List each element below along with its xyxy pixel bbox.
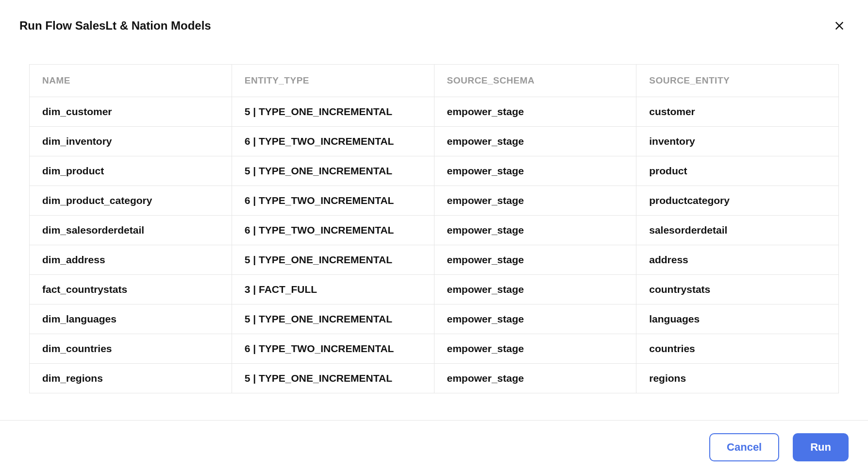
cell-entity-type: 5 | TYPE_ONE_INCREMENTAL [232,305,434,334]
cell-source-entity: inventory [636,127,839,156]
cell-source-entity: productcategory [636,186,839,216]
cell-entity-type: 5 | TYPE_ONE_INCREMENTAL [232,245,434,275]
column-header-entity-type[interactable]: ENTITY_TYPE [232,65,434,97]
table-row[interactable]: dim_languages5 | TYPE_ONE_INCREMENTALemp… [30,305,839,334]
table-row[interactable]: dim_salesorderdetail6 | TYPE_TWO_INCREME… [30,216,839,245]
models-table: NAME ENTITY_TYPE SOURCE_SCHEMA SOURCE_EN… [29,64,839,393]
cell-source-schema: empower_stage [434,216,636,245]
cell-name: dim_regions [30,364,232,393]
cell-entity-type: 6 | TYPE_TWO_INCREMENTAL [232,216,434,245]
cell-source-entity: countrystats [636,275,839,305]
cell-entity-type: 6 | TYPE_TWO_INCREMENTAL [232,334,434,364]
cell-entity-type: 3 | FACT_FULL [232,275,434,305]
cell-source-entity: customer [636,97,839,127]
cell-source-entity: salesorderdetail [636,216,839,245]
cell-name: dim_languages [30,305,232,334]
cell-name: dim_product [30,156,232,186]
cell-source-schema: empower_stage [434,305,636,334]
cell-name: dim_product_category [30,186,232,216]
cell-name: dim_countries [30,334,232,364]
table-row[interactable]: dim_customer5 | TYPE_ONE_INCREMENTALempo… [30,97,839,127]
cell-source-entity: regions [636,364,839,393]
cell-entity-type: 5 | TYPE_ONE_INCREMENTAL [232,97,434,127]
cell-source-schema: empower_stage [434,186,636,216]
cell-source-entity: countries [636,334,839,364]
cell-source-schema: empower_stage [434,275,636,305]
modal-body: NAME ENTITY_TYPE SOURCE_SCHEMA SOURCE_EN… [0,45,868,431]
cell-source-schema: empower_stage [434,364,636,393]
cell-source-entity: address [636,245,839,275]
table-header-row: NAME ENTITY_TYPE SOURCE_SCHEMA SOURCE_EN… [30,65,839,97]
run-button[interactable]: Run [793,433,849,461]
cancel-button[interactable]: Cancel [709,433,779,461]
cell-source-entity: languages [636,305,839,334]
cell-name: dim_customer [30,97,232,127]
modal-header: Run Flow SalesLt & Nation Models [0,0,868,45]
cell-name: fact_countrystats [30,275,232,305]
cell-entity-type: 5 | TYPE_ONE_INCREMENTAL [232,364,434,393]
cell-source-schema: empower_stage [434,156,636,186]
table-row[interactable]: dim_inventory6 | TYPE_TWO_INCREMENTALemp… [30,127,839,156]
cell-source-schema: empower_stage [434,97,636,127]
table-row[interactable]: dim_regions5 | TYPE_ONE_INCREMENTALempow… [30,364,839,393]
table-row[interactable]: fact_countrystats3 | FACT_FULLempower_st… [30,275,839,305]
column-header-name[interactable]: NAME [30,65,232,97]
column-header-source-schema[interactable]: SOURCE_SCHEMA [434,65,636,97]
cell-entity-type: 6 | TYPE_TWO_INCREMENTAL [232,127,434,156]
column-header-source-entity[interactable]: SOURCE_ENTITY [636,65,839,97]
table-row[interactable]: dim_product5 | TYPE_ONE_INCREMENTALempow… [30,156,839,186]
cell-source-schema: empower_stage [434,245,636,275]
close-button[interactable] [830,17,849,35]
table-row[interactable]: dim_countries6 | TYPE_TWO_INCREMENTALemp… [30,334,839,364]
modal-footer: Cancel Run [0,420,868,474]
cell-name: dim_salesorderdetail [30,216,232,245]
table-row[interactable]: dim_product_category6 | TYPE_TWO_INCREME… [30,186,839,216]
modal-title: Run Flow SalesLt & Nation Models [19,19,211,33]
cell-source-schema: empower_stage [434,127,636,156]
cell-name: dim_inventory [30,127,232,156]
table-row[interactable]: dim_address5 | TYPE_ONE_INCREMENTALempow… [30,245,839,275]
cell-entity-type: 6 | TYPE_TWO_INCREMENTAL [232,186,434,216]
cell-source-entity: product [636,156,839,186]
cell-source-schema: empower_stage [434,334,636,364]
cell-name: dim_address [30,245,232,275]
cell-entity-type: 5 | TYPE_ONE_INCREMENTAL [232,156,434,186]
close-icon [834,20,845,31]
